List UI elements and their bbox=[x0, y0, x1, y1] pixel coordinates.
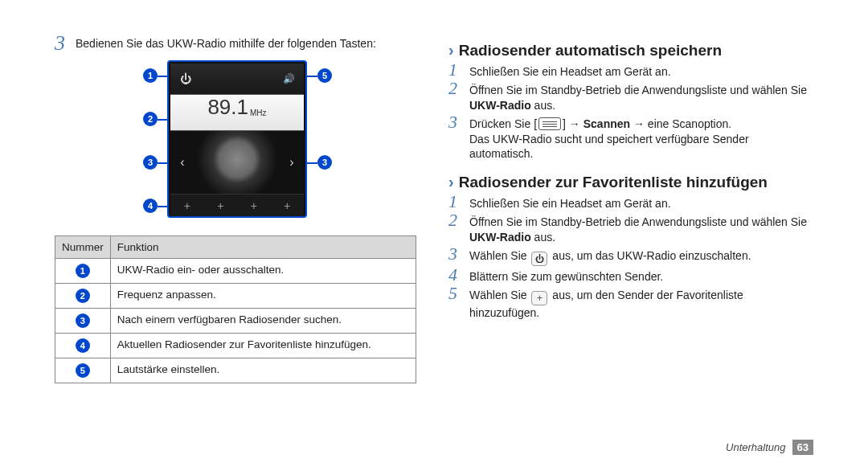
row-badge-4: 4 bbox=[76, 338, 90, 353]
step-number-3: 3 bbox=[55, 33, 71, 54]
favorite-slot-icon[interactable]: + bbox=[251, 199, 257, 212]
fav-step2-text: Öffnen Sie im Standby-Betrieb die Anwend… bbox=[469, 215, 813, 245]
section-heading-autosave: › Radiosender automatisch speichern bbox=[448, 41, 813, 59]
table-row: 4 Aktuellen Radiosender zur Favoritenlis… bbox=[55, 334, 416, 358]
callout-5: 5 bbox=[317, 68, 332, 83]
functions-table: Nummer Funktion 1 UKW-Radio ein- oder au… bbox=[55, 236, 416, 383]
radio-ui-frame: 89.1 MHz ‹ › + + + + bbox=[167, 60, 307, 218]
power-icon bbox=[531, 252, 547, 266]
callout-4: 4 bbox=[143, 199, 158, 213]
table-row: 3 Nach einem verfügbaren Radiosender suc… bbox=[55, 309, 416, 334]
step-number: 2 bbox=[448, 211, 465, 229]
chevron-right-icon: › bbox=[448, 41, 454, 59]
row-badge-3: 3 bbox=[76, 313, 90, 328]
power-icon[interactable] bbox=[177, 70, 194, 88]
callout-2: 2 bbox=[143, 112, 158, 126]
callout-3-left: 3 bbox=[143, 155, 158, 170]
row-func-4: Aktuellen Radiosender zur Favoritenliste… bbox=[110, 334, 416, 358]
row-badge-2: 2 bbox=[76, 289, 90, 303]
row-badge-1: 1 bbox=[76, 264, 90, 278]
radio-dial-area: ‹ › bbox=[170, 131, 304, 194]
section-title-favorite: Radiosender zur Favoritenliste hinzufüge… bbox=[459, 174, 768, 191]
section-title-autosave: Radiosender automatisch speichern bbox=[459, 42, 722, 59]
step-number: 1 bbox=[448, 61, 465, 79]
autosave-steps: 1 Schließen Sie ein Headset am Gerät an.… bbox=[448, 64, 813, 162]
radio-ui-top-bar bbox=[170, 63, 304, 94]
callout-3-right: 3 bbox=[317, 155, 332, 170]
fav-step3-text: Wählen Sie aus, um das UKW-Radio einzusc… bbox=[469, 248, 813, 266]
favorite-slot-icon[interactable]: + bbox=[217, 199, 223, 212]
table-head-number: Nummer bbox=[55, 236, 111, 259]
favorite-slot-icon[interactable]: + bbox=[184, 199, 190, 212]
radio-favorites-bar: + + + + bbox=[170, 194, 304, 216]
row-func-3: Nach einem verfügbaren Radiosender suche… bbox=[110, 309, 416, 334]
step-intro-text: Bedienen Sie das UKW-Radio mithilfe der … bbox=[76, 36, 416, 51]
fav-step5-text: Wählen Sie aus, um den Sender der Favori… bbox=[469, 288, 813, 321]
row-func-5: Lautstärke einstellen. bbox=[110, 358, 416, 383]
step-number: 5 bbox=[448, 285, 465, 302]
table-row: 2 Frequenz anpassen. bbox=[55, 284, 416, 309]
seek-right-icon[interactable]: › bbox=[285, 155, 299, 170]
favorite-slot-icon[interactable]: + bbox=[284, 199, 290, 212]
plus-icon bbox=[531, 291, 547, 305]
seek-left-icon[interactable]: ‹ bbox=[175, 155, 190, 170]
row-func-1: UKW-Radio ein- oder ausschalten. bbox=[110, 259, 416, 284]
row-badge-5: 5 bbox=[76, 363, 90, 378]
step-number: 4 bbox=[448, 266, 465, 284]
auto-step1-text: Schließen Sie ein Headset am Gerät an. bbox=[469, 64, 813, 80]
chevron-right-icon: › bbox=[448, 173, 454, 191]
radio-frequency-unit: MHz bbox=[250, 109, 267, 117]
step-number: 3 bbox=[448, 245, 465, 263]
row-func-2: Frequenz anpassen. bbox=[110, 284, 416, 309]
volume-icon[interactable] bbox=[280, 70, 297, 88]
step-number: 1 bbox=[448, 193, 465, 211]
favorite-steps: 1 Schließen Sie ein Headset am Gerät an.… bbox=[448, 196, 813, 321]
step-intro: 3 Bedienen Sie das UKW-Radio mithilfe de… bbox=[55, 36, 416, 54]
page-footer: Unterhaltung 63 bbox=[726, 440, 813, 455]
fav-step4-text: Blättern Sie zum gewünschten Sender. bbox=[469, 269, 813, 285]
menu-icon bbox=[538, 117, 561, 130]
step-number: 3 bbox=[448, 113, 465, 131]
section-heading-favorite: › Radiosender zur Favoritenliste hinzufü… bbox=[448, 173, 813, 191]
footer-section-name: Unterhaltung bbox=[726, 441, 785, 453]
callout-1: 1 bbox=[143, 68, 158, 83]
table-row: 1 UKW-Radio ein- oder ausschalten. bbox=[55, 259, 416, 284]
radio-diagram: 1 5 2 3 3 4 89.1 bbox=[55, 60, 416, 221]
auto-step3-text: Drücken Sie [] → Scannen → eine Scanopti… bbox=[469, 117, 813, 162]
table-row: 5 Lautstärke einstellen. bbox=[55, 358, 416, 383]
table-head-function: Funktion bbox=[110, 236, 416, 259]
radio-frequency-display: 89.1 MHz bbox=[170, 94, 304, 131]
footer-page-number: 63 bbox=[792, 440, 813, 455]
fav-step1-text: Schließen Sie ein Headset am Gerät an. bbox=[469, 196, 813, 211]
step-number: 2 bbox=[448, 80, 465, 97]
radio-frequency-value: 89.1 bbox=[207, 95, 248, 120]
auto-step2-text: Öffnen Sie im Standby-Betrieb die Anwend… bbox=[469, 83, 813, 113]
auto-step3-note: Das UKW-Radio sucht und speichert verfüg… bbox=[469, 133, 749, 161]
